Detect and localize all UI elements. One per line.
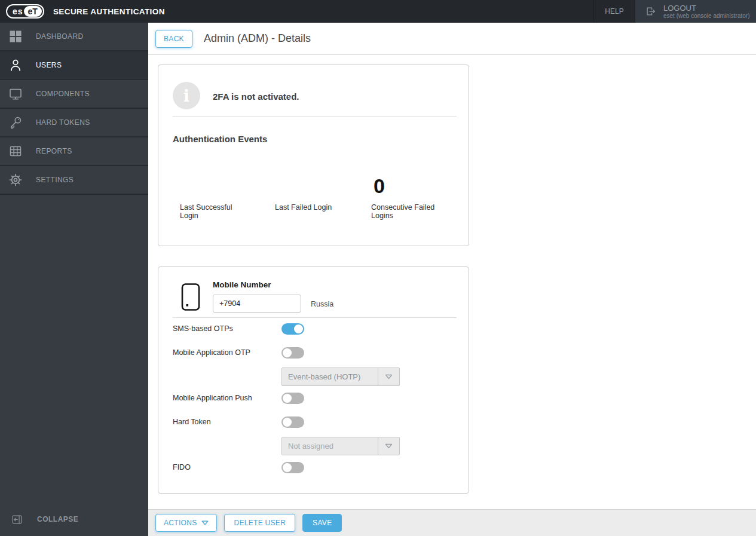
eset-logo-text: es [13, 7, 23, 16]
monitor-icon [8, 86, 23, 102]
country-label: Russia [311, 300, 333, 308]
stat-label: Last Successful Login [180, 203, 250, 220]
mobile-app-push-toggle[interactable] [281, 393, 304, 404]
collapse-icon [11, 513, 23, 525]
stat-consecutive-failed-logins: 0 Consecutive Failed Logins [371, 167, 473, 220]
sidebar-item-settings[interactable]: SETTINGS [0, 166, 148, 195]
otp-type-dropdown[interactable]: Event-based (HOTP) [281, 367, 400, 386]
sidebar-item-label: COMPONENTS [36, 90, 90, 98]
stat-last-successful-login: Last Successful Login [180, 167, 275, 220]
mobile-number-label: Mobile Number [213, 280, 271, 289]
hard-token-label: Hard Token [173, 418, 211, 426]
sidebar-item-users[interactable]: USERS [0, 51, 148, 80]
collapse-sidebar-button[interactable]: COLLAPSE [0, 505, 148, 534]
report-grid-icon [8, 143, 23, 159]
logged-in-user: eset (web console administrator) [663, 13, 750, 19]
sidebar-item-components[interactable]: COMPONENTS [0, 80, 148, 109]
eset-logo: es eT [6, 4, 44, 19]
auth-events-title: Authentication Events [173, 134, 267, 144]
sidebar-item-label: DASHBOARD [36, 32, 84, 41]
help-button[interactable]: HELP [593, 0, 635, 23]
sidebar-item-dashboard[interactable]: DASHBOARD [0, 23, 148, 51]
main-content: i 2FA is not activated. Authentication E… [148, 55, 756, 509]
actions-label: ACTIONS [164, 519, 197, 527]
mobile-card: Mobile Number Russia SMS-based OTPs Mobi… [158, 267, 469, 494]
key-icon [8, 115, 23, 130]
hard-token-toggle[interactable] [281, 416, 304, 428]
chevron-down-icon [378, 437, 399, 455]
mobile-app-otp-label: Mobile Application OTP [173, 348, 250, 357]
divider [173, 116, 457, 117]
sidebar-item-label: SETTINGS [36, 176, 74, 184]
save-button[interactable]: SAVE [302, 514, 342, 532]
toggle-knob [294, 324, 303, 333]
eset-logo-text-2: eT [24, 6, 42, 17]
dashboard-grid-icon [8, 29, 23, 44]
hard-token-value: Not assigned [282, 442, 378, 451]
stat-value [180, 167, 275, 198]
sidebar-item-reports[interactable]: REPORTS [0, 137, 148, 166]
sidebar-item-label: REPORTS [36, 147, 72, 155]
status-message: 2FA is not activated. [213, 91, 299, 102]
footer-action-bar: ACTIONS DELETE USER SAVE [148, 509, 756, 536]
status-card: i 2FA is not activated. Authentication E… [158, 65, 469, 246]
back-button[interactable]: BACK [155, 30, 192, 48]
mobile-number-input[interactable] [213, 295, 301, 313]
actions-button[interactable]: ACTIONS [155, 514, 217, 532]
fido-label: FIDO [173, 463, 191, 471]
toggle-knob [283, 348, 292, 357]
phone-icon [181, 283, 200, 311]
sms-otp-label: SMS-based OTPs [173, 324, 233, 333]
collapse-label: COLLAPSE [37, 515, 78, 523]
stat-value [275, 167, 371, 198]
info-icon: i [173, 82, 200, 109]
toggle-knob [283, 418, 292, 427]
chevron-down-icon [201, 520, 209, 525]
chevron-down-icon [378, 368, 399, 385]
page-title: Admin (ADM) - Details [204, 32, 311, 45]
sidebar: DASHBOARD USERS COMPONENTS [0, 23, 148, 536]
page-header: BACK Admin (ADM) - Details [148, 23, 756, 55]
logout-icon [645, 5, 657, 17]
divider [173, 317, 457, 318]
delete-user-button[interactable]: DELETE USER [224, 514, 295, 532]
mobile-app-otp-toggle[interactable] [281, 347, 304, 359]
logout-button[interactable]: LOGOUT eset (web console administrator) [635, 0, 756, 23]
gear-icon [8, 172, 23, 188]
toggle-knob [283, 394, 292, 403]
sidebar-item-label: USERS [36, 61, 62, 69]
sidebar-item-hard-tokens[interactable]: HARD TOKENS [0, 109, 148, 137]
toggle-knob [283, 463, 292, 472]
fido-toggle[interactable] [281, 462, 304, 473]
stat-last-failed-login: Last Failed Login [275, 167, 371, 220]
product-name: SECURE AUTHENTICATION [53, 7, 165, 16]
stat-label: Consecutive Failed Logins [371, 203, 442, 220]
hard-token-dropdown[interactable]: Not assigned [281, 437, 400, 455]
logout-label: LOGOUT [663, 4, 750, 13]
sms-otp-toggle[interactable] [281, 323, 304, 335]
stat-value: 0 [371, 167, 473, 198]
user-icon [8, 57, 23, 73]
sidebar-item-label: HARD TOKENS [36, 118, 90, 127]
stat-label: Last Failed Login [275, 203, 345, 212]
top-bar: es eT SECURE AUTHENTICATION HELP LOGOUT … [0, 0, 756, 23]
auth-events-stats: Last Successful Login Last Failed Login … [180, 167, 473, 220]
otp-type-value: Event-based (HOTP) [282, 372, 378, 381]
mobile-app-push-label: Mobile Application Push [173, 394, 252, 402]
